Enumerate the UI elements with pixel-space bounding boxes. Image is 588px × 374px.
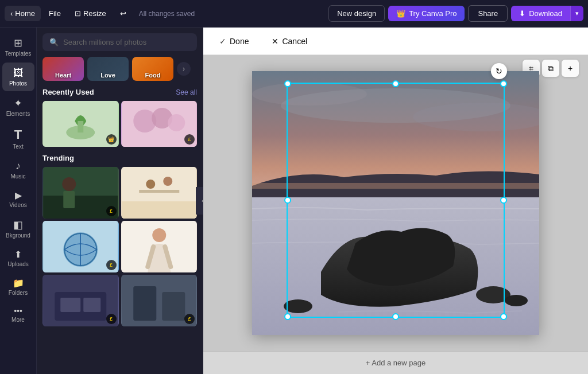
svg-rect-2 [78, 121, 83, 133]
photos-icon: 🖼 [13, 67, 24, 79]
svg-rect-10 [63, 191, 75, 208]
x-icon: ✕ [272, 37, 278, 46]
download-options-button[interactable]: ▾ [570, 6, 583, 21]
elements-icon: ✦ [14, 97, 22, 110]
category-love[interactable]: Love [87, 57, 129, 81]
add-page-label: + Add a new page [366, 359, 425, 367]
home-button[interactable]: ‹ Home [5, 6, 41, 21]
done-button[interactable]: ✓ Done [212, 33, 256, 49]
sidebar-item-templates[interactable]: ⊞ Templates [2, 32, 34, 61]
trending-badge-3: £ [106, 260, 117, 270]
trending-badge-5: £ [106, 314, 117, 324]
download-group: ⬇ Download ▾ [511, 6, 583, 21]
videos-label: Videos [9, 202, 26, 208]
trending-badge-6: £ [184, 314, 195, 324]
recent-photo-1[interactable]: 👑 [42, 101, 119, 147]
canvas-image [252, 71, 539, 335]
trending-title: Trending [42, 154, 74, 162]
food-label: Food [143, 69, 163, 81]
sidebar-item-folders[interactable]: 📁 Folders [2, 273, 34, 301]
done-cancel-bar: ✓ Done ✕ Cancel [203, 28, 588, 55]
sidebar-item-videos[interactable]: ▶ Videos [2, 185, 34, 213]
svg-rect-27 [162, 292, 185, 321]
add-page-bar[interactable]: + Add a new page [203, 351, 588, 374]
trending-badge-1: £ [106, 206, 117, 216]
recently-used-header: Recently Used See all [42, 88, 197, 96]
nav-left: ‹ Home File ⊡ Resize ↩ All changes saved [5, 6, 326, 21]
trending-photo-2[interactable] [121, 167, 198, 219]
plus-icon: + [568, 64, 572, 73]
file-label: File [49, 9, 61, 18]
svg-point-30 [252, 83, 367, 106]
sidebar-item-photos[interactable]: 🖼 Photos [2, 63, 34, 91]
sidebar-item-text[interactable]: T Text [2, 123, 34, 154]
text-icon: T [14, 127, 22, 142]
sidebar-item-more[interactable]: ••• More [2, 302, 34, 328]
svg-rect-23 [60, 298, 80, 312]
folders-label: Folders [9, 290, 28, 296]
canvas-workspace: ⌗ ⧉ + [203, 55, 588, 351]
photos-label: Photos [9, 80, 27, 87]
recent-photo-2[interactable]: £ [121, 101, 198, 147]
more-label: More [11, 317, 25, 323]
category-food[interactable]: Food [132, 57, 173, 81]
chevron-left-icon: ‹ [10, 9, 13, 18]
pro-badge-2: £ [184, 134, 195, 145]
undo-icon: ↩ [120, 9, 126, 18]
svg-point-15 [163, 177, 172, 186]
main-layout: ⊞ Templates 🖼 Photos ✦ Elements T Text ♪… [0, 28, 588, 374]
svg-rect-13 [139, 190, 179, 193]
sidebar-item-uploads[interactable]: ⬆ Uploads [2, 244, 34, 272]
category-next-arrow[interactable]: › [177, 62, 191, 76]
pro-badge-1: 👑 [106, 134, 117, 145]
templates-icon: ⊞ [14, 37, 22, 49]
photos-panel: 🔍 Heart Love Food › Recently Used See al… [37, 28, 203, 374]
svg-point-9 [62, 177, 76, 191]
see-all-button[interactable]: See all [176, 88, 197, 96]
undo-button[interactable]: ↩ [114, 6, 132, 21]
add-tool-button[interactable]: + [562, 60, 579, 77]
videos-icon: ▶ [15, 190, 22, 201]
sidebar-item-music[interactable]: ♪ Music [2, 155, 34, 184]
elements-label: Elements [6, 111, 30, 117]
trending-photo-5[interactable]: £ [42, 275, 119, 326]
cancel-button[interactable]: ✕ Cancel [265, 33, 314, 49]
file-button[interactable]: File [43, 6, 67, 21]
recently-used-title: Recently Used [42, 88, 94, 96]
cancel-label: Cancel [282, 37, 307, 46]
svg-point-20 [152, 228, 166, 242]
sidebar-item-elements[interactable]: ✦ Elements [2, 92, 34, 122]
done-label: Done [230, 37, 249, 46]
copy-tool-button[interactable]: ⧉ [542, 60, 559, 77]
sidebar-item-background[interactable]: ◧ Bkground [2, 214, 34, 243]
search-bar[interactable]: 🔍 [42, 33, 197, 51]
category-heart[interactable]: Heart [42, 57, 84, 81]
category-row: Heart Love Food › [42, 57, 197, 81]
uploads-label: Uploads [7, 261, 29, 267]
heart-label: Heart [53, 69, 74, 81]
new-design-button[interactable]: New design [328, 5, 385, 22]
top-navigation: ‹ Home File ⊡ Resize ↩ All changes saved… [0, 0, 588, 28]
svg-rect-32 [252, 183, 539, 189]
resize-button[interactable]: ⊡ Resize [69, 6, 112, 21]
svg-rect-24 [83, 298, 100, 312]
copy-icon: ⧉ [548, 64, 554, 73]
trending-photo-1[interactable]: £ [42, 167, 119, 219]
resize-label: Resize [83, 9, 106, 18]
autosave-status: All changes saved [139, 10, 195, 18]
canvas-frame: ↻ [252, 71, 539, 335]
try-canva-pro-button[interactable]: 👑 Try Canva Pro [388, 6, 465, 21]
download-button[interactable]: ⬇ Download [511, 6, 570, 21]
text-label: Text [13, 143, 23, 150]
trending-grid: £ [42, 167, 197, 326]
share-button[interactable]: Share [468, 5, 508, 22]
chevron-down-icon: ▾ [575, 10, 579, 17]
trending-photo-6[interactable]: £ [121, 275, 198, 326]
hide-panel-button[interactable]: ‹ [196, 187, 203, 215]
trending-photo-4[interactable] [121, 221, 198, 272]
trending-photo-3[interactable]: £ [42, 221, 119, 272]
svg-point-14 [146, 180, 155, 189]
love-label: Love [98, 69, 118, 81]
search-input[interactable] [63, 38, 190, 46]
download-icon: ⬇ [519, 9, 525, 18]
